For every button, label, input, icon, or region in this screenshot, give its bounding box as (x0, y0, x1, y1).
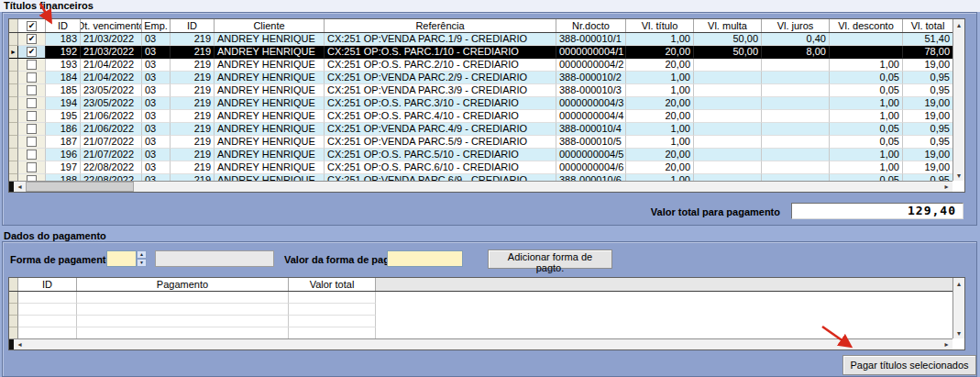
row-checkbox-cell[interactable] (18, 123, 46, 136)
pay-selected-button[interactable]: Pagar títulos selecionados (842, 355, 976, 375)
payment-amount-input[interactable] (387, 250, 463, 267)
vscroll-track[interactable] (953, 30, 964, 170)
header-emp[interactable]: Emp. (142, 19, 171, 32)
row-checkbox-cell[interactable] (18, 161, 46, 174)
scroll-left-icon[interactable]: ◂ (14, 182, 26, 192)
titles-grid-row[interactable]: 18621/06/202203219ANDREY HENRIQUECX:251 … (9, 123, 952, 136)
cell-due: 23/05/2022 (81, 84, 142, 97)
cell-value: 20,00 (626, 97, 694, 110)
checkbox-unchecked-icon[interactable] (27, 72, 37, 83)
titles-grid-row[interactable]: 19423/05/202203219ANDREY HENRIQUECX:251 … (9, 97, 952, 110)
titles-grid-row[interactable]: ✔18321/03/202203219ANDREY HENRIQUECX:251… (9, 33, 952, 46)
payments-grid-row[interactable] (9, 316, 952, 327)
scroll-down-icon[interactable]: ▾ (953, 170, 964, 181)
payments-grid-hscrollbar[interactable]: ◂ ▸ (9, 338, 952, 349)
cell-total: 19,00 (903, 149, 952, 161)
titles-grid-row[interactable]: 19621/07/202203219ANDREY HENRIQUECX:251 … (9, 149, 952, 161)
row-checkbox-cell[interactable] (18, 136, 46, 149)
payments-grid-vscrollbar[interactable]: ▴ ▾ (952, 278, 964, 338)
titles-grid-row[interactable]: 18523/05/202203219ANDREY HENRIQUECX:251 … (9, 84, 952, 97)
row-checkbox-cell[interactable] (18, 174, 46, 181)
header-client[interactable]: Cliente (215, 19, 325, 32)
row-checkbox-cell[interactable] (18, 72, 46, 84)
scroll-up-icon[interactable]: ▴ (953, 278, 964, 289)
vscroll-track[interactable] (953, 289, 964, 327)
hscroll-track[interactable] (26, 339, 941, 349)
row-checkbox-cell[interactable] (18, 149, 46, 161)
row-checkbox-cell[interactable] (18, 97, 46, 110)
payments-header-total[interactable]: Valor total (289, 278, 376, 291)
select-all-checkbox[interactable]: ✔ (27, 21, 37, 31)
cell-due: 21/04/2022 (81, 59, 142, 72)
header-select-all-cell[interactable]: ✔ (18, 19, 46, 32)
scroll-right-icon[interactable]: ▸ (941, 339, 952, 349)
header-interest[interactable]: Vl. juros (762, 19, 830, 32)
cell-client: ANDREY HENRIQUE (215, 84, 325, 97)
titles-grid-row[interactable]: 18421/04/202203219ANDREY HENRIQUECX:251 … (9, 72, 952, 84)
titles-caption-strip (0, 0, 980, 12)
scroll-left-icon[interactable]: ◂ (14, 339, 26, 349)
checkbox-checked-icon[interactable]: ✔ (27, 34, 37, 44)
header-discount[interactable]: Vl. desconto (830, 19, 903, 32)
checkbox-unchecked-icon[interactable] (27, 150, 37, 160)
cell-due: 21/06/2022 (81, 110, 142, 123)
titles-grid-row[interactable]: 19722/08/202203219ANDREY HENRIQUECX:251 … (9, 161, 952, 174)
cell-reference: CX:251 OP:O.S. PARC.6/10 - CREDIARIO (325, 161, 556, 174)
row-checkbox-cell[interactable]: ✔ (18, 46, 46, 59)
payments-header-id[interactable]: ID (18, 278, 77, 291)
titles-grid-row[interactable]: ►✔19221/03/202203219ANDREY HENRIQUECX:25… (9, 46, 952, 59)
checkbox-unchecked-icon[interactable] (27, 60, 37, 70)
hscroll-thumb[interactable] (26, 182, 134, 192)
cell-client: ANDREY HENRIQUE (215, 149, 325, 161)
checkbox-unchecked-icon[interactable] (27, 111, 37, 121)
header-indicator-cell (9, 19, 18, 32)
row-indicator (9, 136, 18, 149)
titles-grid-hscrollbar[interactable]: ◂ ▸ (9, 181, 952, 192)
add-payment-button[interactable]: Adicionar forma de pagto. (488, 249, 612, 269)
cell-client_id: 219 (171, 161, 215, 174)
row-checkbox-cell[interactable] (18, 110, 46, 123)
checkbox-unchecked-icon[interactable] (27, 85, 37, 95)
titles-grid-row[interactable]: 19321/04/202203219ANDREY HENRIQUECX:251 … (9, 59, 952, 72)
spin-up-icon[interactable]: ▲ (137, 250, 147, 259)
titles-grid-row[interactable]: 19521/06/202203219ANDREY HENRIQUECX:251 … (9, 110, 952, 123)
header-total[interactable]: Vl. total (903, 19, 952, 32)
payments-grid-row[interactable] (9, 327, 952, 338)
payment-method-spinner[interactable]: ▲ ▼ (137, 250, 147, 267)
checkbox-unchecked-icon[interactable] (27, 162, 37, 172)
spin-down-icon[interactable]: ▼ (137, 259, 147, 267)
payments-grid-row[interactable] (9, 292, 952, 304)
header-doc-number[interactable]: Nr.docto (556, 19, 626, 32)
cell-doc: 388-000010/5 (556, 136, 626, 149)
total-for-payment-value: 129,40 (791, 203, 963, 219)
header-value[interactable]: Vl. título (626, 19, 694, 32)
header-reference[interactable]: Referência (325, 19, 556, 32)
titles-grid-vscrollbar[interactable]: ▴ ▾ (952, 19, 964, 181)
scroll-up-icon[interactable]: ▴ (953, 19, 964, 30)
payments-header-payment[interactable]: Pagamento (77, 278, 289, 291)
header-fine[interactable]: Vl. multa (694, 19, 762, 32)
checkbox-unchecked-icon[interactable] (27, 137, 37, 147)
checkbox-unchecked-icon[interactable] (27, 98, 37, 108)
scroll-right-icon[interactable]: ▸ (941, 182, 952, 192)
header-due-date[interactable]: Dt. vencimento (81, 19, 142, 32)
scroll-down-icon[interactable]: ▾ (953, 327, 964, 338)
payments-grid-row[interactable] (9, 304, 952, 316)
cell-emp: 03 (142, 84, 171, 97)
row-checkbox-cell[interactable] (18, 59, 46, 72)
cell-fine: 50,00 (694, 46, 762, 59)
cell-total: 19,00 (903, 110, 952, 123)
empty-cell (376, 316, 952, 327)
row-checkbox-cell[interactable]: ✔ (18, 33, 46, 46)
checkbox-checked-icon[interactable]: ✔ (27, 47, 37, 57)
row-indicator (9, 304, 18, 316)
cell-due: 21/04/2022 (81, 72, 142, 84)
header-client-id[interactable]: ID (171, 19, 215, 32)
titles-grid-row[interactable]: 18721/07/202203219ANDREY HENRIQUECX:251 … (9, 136, 952, 149)
titles-grid-row[interactable]: 18822/08/202203219ANDREY HENRIQUECX:251 … (9, 174, 952, 181)
header-id[interactable]: ID (46, 19, 81, 32)
payment-method-code-input[interactable] (106, 250, 137, 267)
checkbox-unchecked-icon[interactable] (27, 124, 37, 134)
row-checkbox-cell[interactable] (18, 84, 46, 97)
hscroll-track[interactable] (134, 182, 941, 192)
